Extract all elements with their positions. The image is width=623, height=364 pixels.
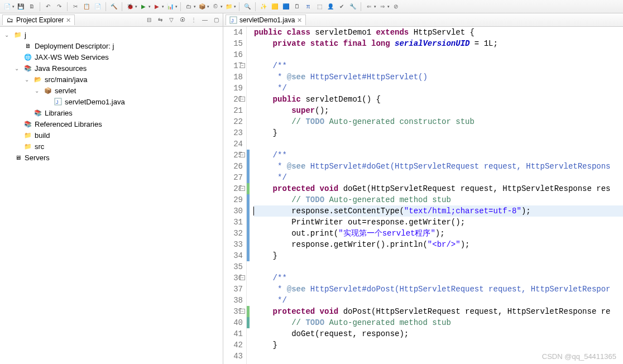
t1-icon[interactable]: 🟨: [270, 2, 280, 12]
code-line[interactable]: * @see HttpServlet#doGet(HttpServletRequ…: [254, 161, 623, 172]
main-toolbar: 📄▾ 💾 🗎 ↶ ↷ ✂ 📋 📄 🔨 🐞▾ ▶▾ ▶▾ 📊▾ 🗀▾ 📦▾ ©▾ …: [0, 0, 623, 13]
tree-item-label: Servers: [25, 154, 50, 162]
pi-icon[interactable]: π: [303, 2, 313, 12]
tree-item[interactable]: 📚Libraries: [0, 107, 223, 118]
code-line[interactable]: [254, 49, 623, 60]
t7-icon[interactable]: 🔧: [348, 2, 358, 12]
editor-tab-label: servletDemo1.java: [239, 16, 295, 24]
new-server-icon[interactable]: 🗀: [184, 2, 194, 12]
copy-icon[interactable]: 📋: [82, 2, 92, 12]
tree-item[interactable]: JservletDemo1.java: [0, 96, 223, 107]
new-icon[interactable]: 📄: [2, 2, 12, 12]
code-line[interactable]: doGet(request, response);: [254, 328, 623, 339]
editor-area[interactable]: 14151617−181920−21⚠22232425−2627▲28−⚠293…: [223, 27, 623, 364]
t6-icon[interactable]: ✔: [337, 2, 347, 12]
link-editor-icon[interactable]: ⇆: [156, 16, 165, 25]
code-line[interactable]: /**: [254, 150, 623, 161]
tree-item[interactable]: 📚Referenced Libraries: [0, 118, 223, 130]
code-line[interactable]: response.setContentType("text/html;chars…: [254, 205, 623, 217]
debug-icon[interactable]: 🐞: [125, 2, 135, 12]
code-line[interactable]: }: [254, 250, 623, 261]
collapse-all-icon[interactable]: ⊟: [145, 16, 154, 25]
t5-icon[interactable]: 👤: [325, 2, 336, 12]
code-line[interactable]: protected void doGet(HttpServletRequest …: [254, 183, 623, 194]
code-line[interactable]: super();: [254, 105, 623, 116]
fwd-icon[interactable]: ⇒: [377, 2, 387, 12]
new-other-icon[interactable]: 📁: [224, 2, 234, 12]
filter-icon[interactable]: ▽: [167, 16, 176, 25]
tree-item-label: servlet: [55, 87, 76, 95]
tree-item-label: src/main/java: [45, 75, 88, 84]
code-line[interactable]: public servletDemo1() {: [254, 94, 623, 105]
code-line[interactable]: PrintWriter out=response.getWriter();: [254, 217, 623, 228]
close-icon[interactable]: ✕: [297, 17, 302, 24]
code-line[interactable]: protected void doPost(HttpServletRequest…: [254, 306, 623, 317]
coverage-icon[interactable]: 📊: [165, 2, 175, 12]
java-res-icon: 📚: [23, 64, 32, 73]
build-icon[interactable]: 🔨: [109, 2, 119, 12]
view-menu-icon[interactable]: ⋮: [189, 16, 198, 25]
min-icon[interactable]: —: [200, 16, 209, 25]
project-tree[interactable]: ⌄📁j🗎Deployment Descriptor: j🌐JAX-WS Web …: [0, 27, 223, 364]
code-line[interactable]: public class servletDemo1 extends HttpSe…: [254, 27, 623, 38]
code-line[interactable]: /**: [254, 272, 623, 284]
library-icon: 📚: [23, 119, 32, 128]
saveall-icon[interactable]: 🗎: [27, 2, 37, 12]
tree-item-label: servletDemo1.java: [65, 98, 125, 106]
t4-icon[interactable]: ⬚: [314, 2, 324, 12]
code-line[interactable]: /**: [254, 60, 623, 71]
tree-item[interactable]: ⌄📁j: [0, 29, 223, 40]
cut-icon[interactable]: ✂: [70, 2, 80, 12]
tree-item[interactable]: 🌐JAX-WS Web Services: [0, 51, 223, 63]
code-line[interactable]: [254, 261, 623, 272]
code-line[interactable]: private static final long serialVersionU…: [254, 38, 623, 49]
tree-item[interactable]: ⌄📚Java Resources: [0, 63, 223, 74]
tree-item-label: build: [35, 131, 50, 140]
stop-icon[interactable]: ⊘: [391, 2, 401, 12]
java-file-icon: J: [229, 16, 237, 24]
redo-icon[interactable]: ↷: [54, 2, 64, 12]
save-icon[interactable]: 💾: [16, 2, 26, 12]
search-icon[interactable]: 🔍: [242, 2, 252, 12]
close-icon[interactable]: ✕: [66, 17, 71, 24]
t3-icon[interactable]: 🗒: [292, 2, 302, 12]
new-class-icon[interactable]: ©: [210, 2, 221, 12]
code-line[interactable]: * @see HttpServlet#doPost(HttpServletReq…: [254, 284, 623, 295]
code-line[interactable]: */: [254, 83, 623, 94]
new-pkg-icon[interactable]: 📦: [197, 2, 207, 12]
tree-item[interactable]: 📁build: [0, 130, 223, 141]
ws-icon: 🌐: [23, 52, 32, 61]
code-line[interactable]: // TODO Auto-generated method stub: [254, 194, 623, 205]
explorer-icon: 🗂: [6, 16, 14, 24]
project-icon: 📁: [13, 30, 22, 39]
paste-icon[interactable]: 📄: [93, 2, 103, 12]
code-line[interactable]: response.getWriter().println("<br/>");: [254, 239, 623, 250]
run-icon[interactable]: ▶: [138, 2, 148, 12]
code-line[interactable]: [254, 138, 623, 150]
max-icon[interactable]: ▢: [212, 16, 221, 25]
back-icon[interactable]: ⇐: [364, 2, 374, 12]
svg-text:J: J: [56, 99, 59, 105]
library-icon: 📚: [33, 108, 42, 117]
run-ext-icon[interactable]: ▶: [152, 2, 162, 12]
project-explorer-tab[interactable]: 🗂 Project Explorer ✕: [2, 15, 75, 25]
code-line[interactable]: }: [254, 339, 623, 351]
editor-tab[interactable]: J servletDemo1.java ✕: [226, 15, 306, 25]
tree-item[interactable]: 🖥Servers: [0, 152, 223, 163]
tree-item[interactable]: 📁src: [0, 141, 223, 152]
code-line[interactable]: * @see HttpServlet#HttpServlet(): [254, 71, 623, 83]
focus-icon[interactable]: ⦿: [178, 16, 187, 25]
code-line[interactable]: }: [254, 127, 623, 138]
code-line[interactable]: // TODO Auto-generated method stub: [254, 317, 623, 328]
tree-item[interactable]: ⌄📂src/main/java: [0, 74, 223, 85]
tree-item[interactable]: 🗎Deployment Descriptor: j: [0, 40, 223, 51]
wand-icon[interactable]: ✨: [258, 2, 269, 12]
code-line[interactable]: out.print("实现第一个servlet程序");: [254, 228, 623, 239]
tree-item[interactable]: ⌄📦servlet: [0, 85, 223, 96]
t2-icon[interactable]: 🟦: [281, 2, 291, 12]
code-line[interactable]: */: [254, 172, 623, 183]
code-line[interactable]: */: [254, 295, 623, 306]
code-line[interactable]: // TODO Auto-generated constructor stub: [254, 116, 623, 127]
tree-item-label: Libraries: [45, 109, 73, 117]
undo-icon[interactable]: ↶: [43, 2, 53, 12]
